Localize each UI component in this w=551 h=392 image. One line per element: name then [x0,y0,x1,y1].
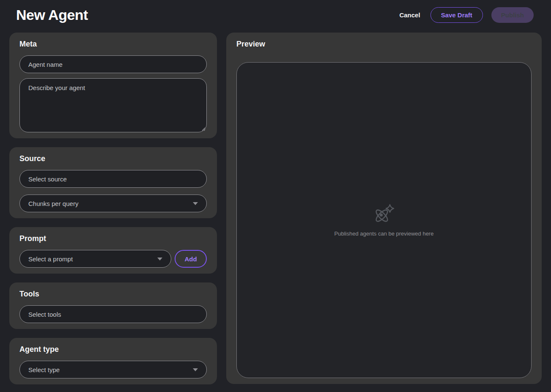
agent-description-textarea[interactable] [19,78,207,132]
orbit-sparkle-icon [373,203,395,225]
agent-type-card-title: Agent type [19,345,207,354]
header: New Agent Cancel Save Draft Publish [0,0,551,30]
agent-type-card: Agent type Select type [9,338,217,384]
preview-card-title: Preview [236,39,532,49]
agent-type-select[interactable]: Select type [19,361,207,378]
source-card-title: Source [19,154,207,163]
main-content: Meta Source Chunks per query Prompt [0,30,551,392]
agent-name-input[interactable] [19,55,207,73]
preview-empty-message: Published agents can be previewed here [334,230,434,237]
prompt-select-label: Select a prompt [28,255,73,263]
save-draft-button[interactable]: Save Draft [430,7,483,23]
prompt-select[interactable]: Select a prompt [19,250,171,268]
header-actions: Cancel Save Draft Publish [397,7,534,23]
chunks-per-query-select[interactable]: Chunks per query [19,195,207,212]
agent-type-select-label: Select type [28,366,60,373]
preview-card: Preview Published agents can be previewe… [226,33,542,384]
chevron-down-icon [157,258,162,260]
chevron-down-icon [193,368,198,371]
source-card: Source Chunks per query [9,147,217,218]
chevron-down-icon [193,202,198,205]
prompt-card: Prompt Select a prompt Add [9,227,217,274]
preview-empty-state: Published agents can be previewed here [236,62,532,378]
form-column: Meta Source Chunks per query Prompt [9,33,217,384]
add-prompt-button[interactable]: Add [175,250,207,268]
agent-description-wrap [19,78,207,132]
tools-card-title: Tools [19,289,207,299]
select-tools-input[interactable] [19,305,207,323]
cancel-button[interactable]: Cancel [397,7,422,23]
publish-button[interactable]: Publish [491,7,534,23]
meta-card-title: Meta [19,39,207,49]
meta-card: Meta [9,33,217,138]
page-title: New Agent [16,7,88,23]
prompt-card-title: Prompt [19,234,207,243]
resize-handle-icon[interactable] [201,126,206,131]
tools-card: Tools [9,282,217,329]
prompt-row: Select a prompt Add [19,250,207,268]
select-source-input[interactable] [19,170,207,188]
chunks-per-query-label: Chunks per query [28,200,78,207]
